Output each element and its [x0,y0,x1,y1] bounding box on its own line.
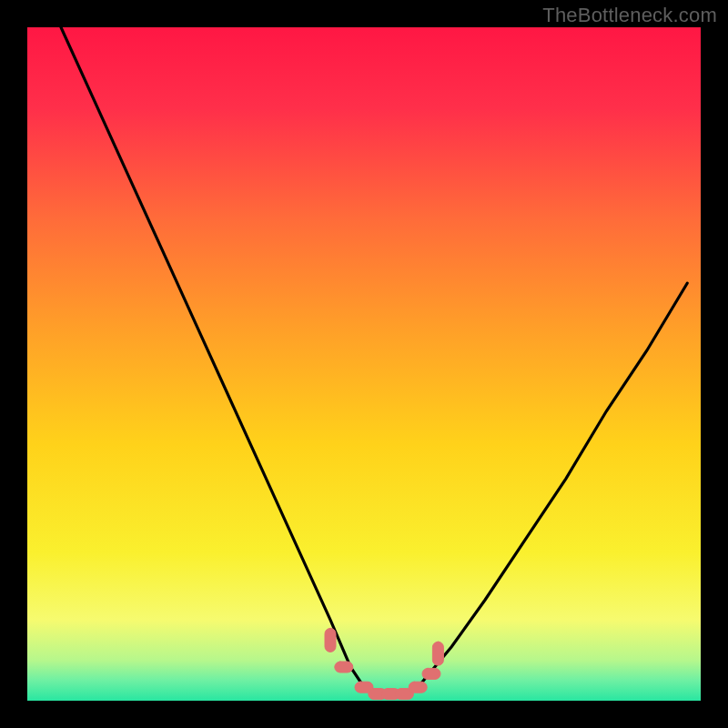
chart-frame: TheBottleneck.com [0,0,728,728]
optimal-zone-marker [325,628,336,652]
optimal-zone-marker [432,642,443,665]
optimal-zone-marker [422,668,440,679]
optimal-zone-marker [335,662,353,672]
chart-background-gradient [27,27,701,701]
bottleneck-chart [27,27,701,701]
optimal-zone-marker [409,682,427,693]
watermark-text: TheBottleneck.com [542,4,717,27]
